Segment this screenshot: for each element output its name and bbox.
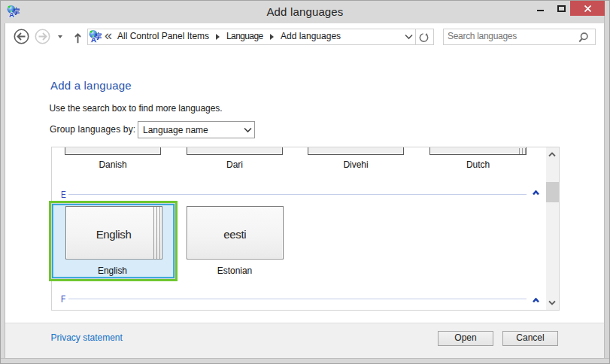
svg-text:A: A (9, 11, 14, 18)
svg-text:A: A (91, 35, 96, 43)
